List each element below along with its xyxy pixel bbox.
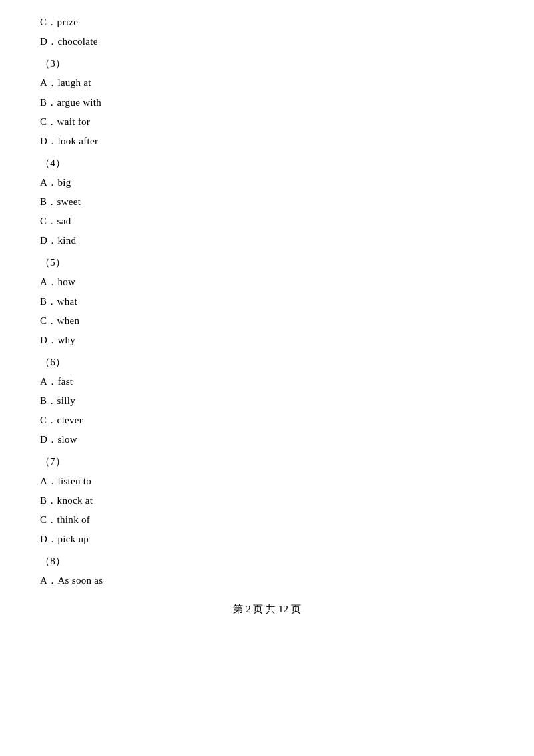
- line-a8: A．As soon as: [40, 572, 494, 590]
- line-d3: D．look after: [40, 132, 494, 150]
- line-b6: B．silly: [40, 392, 494, 410]
- line-c5: C．when: [40, 312, 494, 330]
- line-d5: D．why: [40, 331, 494, 349]
- line-c-prize: C．prize: [40, 13, 494, 31]
- line-a6: A．fast: [40, 373, 494, 391]
- line-b4: B．sweet: [40, 193, 494, 211]
- line-b7: B．knock at: [40, 492, 494, 510]
- line-d4: D．kind: [40, 232, 494, 250]
- page-footer: 第 2 页 共 12 页: [40, 603, 494, 616]
- line-c3: C．wait for: [40, 113, 494, 131]
- line-c6: C．clever: [40, 411, 494, 429]
- label-3: （3）: [40, 55, 494, 73]
- line-a7: A．listen to: [40, 472, 494, 490]
- label-5: （5）: [40, 254, 494, 272]
- line-a5: A．how: [40, 273, 494, 291]
- page-number: 第 2 页 共 12 页: [233, 604, 300, 614]
- content-area: C．prize D．chocolate （3） A．laugh at B．arg…: [40, 13, 494, 590]
- line-d7: D．pick up: [40, 530, 494, 548]
- label-8: （8）: [40, 552, 494, 570]
- line-b5: B．what: [40, 293, 494, 311]
- line-b3: B．argue with: [40, 93, 494, 112]
- label-4: （4）: [40, 154, 494, 172]
- line-c4: C．sad: [40, 212, 494, 230]
- line-a4: A．big: [40, 174, 494, 192]
- line-d-chocolate: D．chocolate: [40, 33, 494, 51]
- label-7: （7）: [40, 453, 494, 471]
- line-d6: D．slow: [40, 431, 494, 449]
- label-6: （6）: [40, 353, 494, 371]
- line-c7: C．think of: [40, 511, 494, 529]
- line-a3: A．laugh at: [40, 74, 494, 92]
